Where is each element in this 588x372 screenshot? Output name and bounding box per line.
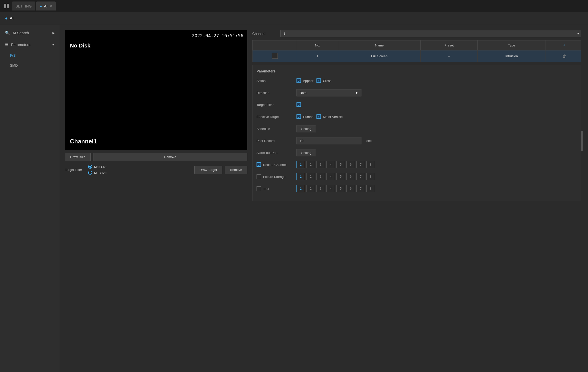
record-ch-btn-3[interactable]: 3 [316, 161, 325, 168]
param-row-tour: Tour 1 2 3 4 5 6 7 8 [257, 185, 579, 193]
sidebar-item-parameters[interactable]: ☰ Parameters ▼ [0, 39, 60, 50]
record-ch-btn-6[interactable]: 6 [346, 161, 355, 168]
grid-button[interactable] [2, 1, 11, 10]
radio-min-size-label: Min Size [94, 171, 107, 175]
svg-rect-0 [4, 4, 6, 6]
param-value-post-record: sec. [296, 137, 372, 144]
target-filter-label: Target Filter [65, 168, 82, 172]
table-cell-delete[interactable]: 🗑 [546, 50, 583, 62]
tab-setting[interactable]: SETTING [12, 1, 35, 10]
picture-storage-checkbox[interactable] [257, 174, 261, 179]
tour-ch-btn-1[interactable]: 1 [296, 185, 305, 192]
sidebar-item-ivs[interactable]: IVS [0, 50, 60, 60]
record-ch-btn-5[interactable]: 5 [336, 161, 345, 168]
schedule-setting-button[interactable]: Setting [296, 125, 316, 132]
channel-select[interactable]: 1 ▼ [280, 30, 583, 37]
sidebar-parameters-label: Parameters [11, 42, 30, 47]
param-label-alarm-out-port: Alarm-out Port [257, 151, 296, 155]
radio-max-size[interactable]: Max Size [88, 165, 107, 169]
tour-ch-btn-6[interactable]: 6 [346, 185, 355, 192]
tour-buttons: 1 2 3 4 5 6 7 8 [296, 185, 375, 192]
svg-rect-1 [7, 4, 9, 6]
record-ch-btn-4[interactable]: 4 [326, 161, 335, 168]
sidebar-item-ai-search[interactable]: 🔍 AI Search ▶ [0, 27, 60, 39]
table-row: 1 Full Screen -- Intrusion 🗑 [253, 50, 583, 62]
picture-ch-btn-3[interactable]: 3 [316, 173, 325, 180]
draw-target-btns: Draw Target Remove [194, 166, 247, 174]
human-label: Human [303, 115, 313, 119]
param-row-effective-target: Effective Target Human Motor Vehicle [257, 113, 579, 121]
record-ch-btn-7[interactable]: 7 [356, 161, 365, 168]
param-row-record-channel: Record Channel 1 2 3 4 5 6 7 8 [257, 161, 579, 169]
tour-ch-btn-5[interactable]: 5 [336, 185, 345, 192]
param-label-effective-target: Effective Target [257, 115, 296, 119]
param-row-picture-storage: Picture Storage 1 2 3 4 5 6 7 8 [257, 173, 579, 181]
tour-ch-btn-4[interactable]: 4 [326, 185, 335, 192]
record-ch-btn-2[interactable]: 2 [306, 161, 315, 168]
param-label-schedule: Schedule [257, 127, 296, 131]
remove-target-button[interactable]: Remove [225, 166, 247, 174]
tab-bar: SETTING ● AI ✕ [0, 0, 588, 12]
param-value-picture-storage: 1 2 3 4 5 6 7 8 [296, 173, 375, 180]
picture-ch-btn-5[interactable]: 5 [336, 173, 345, 180]
motor-vehicle-checkbox[interactable] [316, 114, 321, 119]
param-label-post-record: Post-Record [257, 139, 296, 143]
motor-vehicle-checkbox-group: Motor Vehicle [316, 114, 343, 119]
table-header-name: Name [338, 40, 421, 50]
video-panel: 2022-04-27 16:51:56 No Disk Channel1 Dra… [65, 30, 247, 367]
radio-min-size-circle [88, 171, 92, 175]
tab-ai[interactable]: ● AI ✕ [36, 1, 56, 10]
record-channel-checkbox[interactable] [257, 162, 261, 167]
param-row-schedule: Schedule Setting [257, 125, 579, 133]
human-checkbox[interactable] [296, 114, 301, 119]
table-cell-type: Intrusion [478, 50, 546, 62]
param-label-action: Action [257, 79, 296, 83]
direction-dropdown[interactable]: Both ▼ [296, 89, 361, 96]
video-screen: 2022-04-27 16:51:56 No Disk Channel1 [65, 30, 247, 150]
tour-ch-btn-2[interactable]: 2 [306, 185, 315, 192]
direction-dropdown-icon: ▼ [355, 91, 358, 95]
row-checkbox[interactable] [272, 53, 278, 59]
remove-rule-button[interactable]: Remove [93, 153, 247, 161]
delete-icon[interactable]: 🗑 [562, 54, 566, 58]
title-icon: ● [5, 16, 8, 21]
param-value-action: Appear Cross [296, 78, 331, 83]
parameters-title: Parameters [257, 69, 579, 73]
param-value-target-filter [296, 102, 301, 107]
param-label-picture-storage: Picture Storage [257, 174, 296, 179]
sidebar-ivs-label: IVS [10, 53, 16, 57]
appear-checkbox[interactable] [296, 78, 301, 83]
picture-ch-btn-2[interactable]: 2 [306, 173, 315, 180]
draw-rule-button[interactable]: Draw Rule [65, 153, 91, 161]
tour-ch-btn-7[interactable]: 7 [356, 185, 365, 192]
add-rule-button[interactable]: + [546, 40, 583, 50]
cross-checkbox[interactable] [316, 78, 321, 83]
picture-ch-btn-7[interactable]: 7 [356, 173, 365, 180]
picture-ch-btn-6[interactable]: 6 [346, 173, 355, 180]
record-ch-btn-1[interactable]: 1 [296, 161, 305, 168]
draw-target-button[interactable]: Draw Target [194, 166, 222, 174]
scrollbar-track [581, 30, 583, 367]
alarm-out-port-setting-button[interactable]: Setting [296, 149, 316, 156]
list-icon: ☰ [5, 42, 8, 47]
radio-max-size-label: Max Size [94, 165, 107, 169]
picture-ch-btn-1[interactable]: 1 [296, 173, 305, 180]
sidebar-item-smd[interactable]: SMD [0, 60, 60, 70]
tour-checkbox[interactable] [257, 186, 261, 191]
svg-rect-3 [7, 6, 9, 8]
param-value-effective-target: Human Motor Vehicle [296, 114, 343, 119]
main-layout: 🔍 AI Search ▶ ☰ Parameters ▼ IVS SMD 202… [0, 25, 588, 372]
param-row-target-filter: Target Filter [257, 101, 579, 109]
appear-checkbox-group: Appear [296, 78, 313, 83]
tour-ch-btn-8[interactable]: 8 [366, 185, 375, 192]
radio-min-size[interactable]: Min Size [88, 171, 107, 175]
target-filter-checkbox[interactable] [296, 102, 301, 107]
tour-ch-btn-3[interactable]: 3 [316, 185, 325, 192]
tab-ai-close[interactable]: ✕ [49, 4, 52, 8]
record-ch-btn-8[interactable]: 8 [366, 161, 375, 168]
table-cell-checkbox[interactable] [253, 50, 297, 62]
picture-ch-btn-8[interactable]: 8 [366, 173, 375, 180]
post-record-input[interactable] [296, 137, 361, 144]
picture-ch-btn-4[interactable]: 4 [326, 173, 335, 180]
scrollbar-thumb[interactable] [581, 131, 583, 151]
